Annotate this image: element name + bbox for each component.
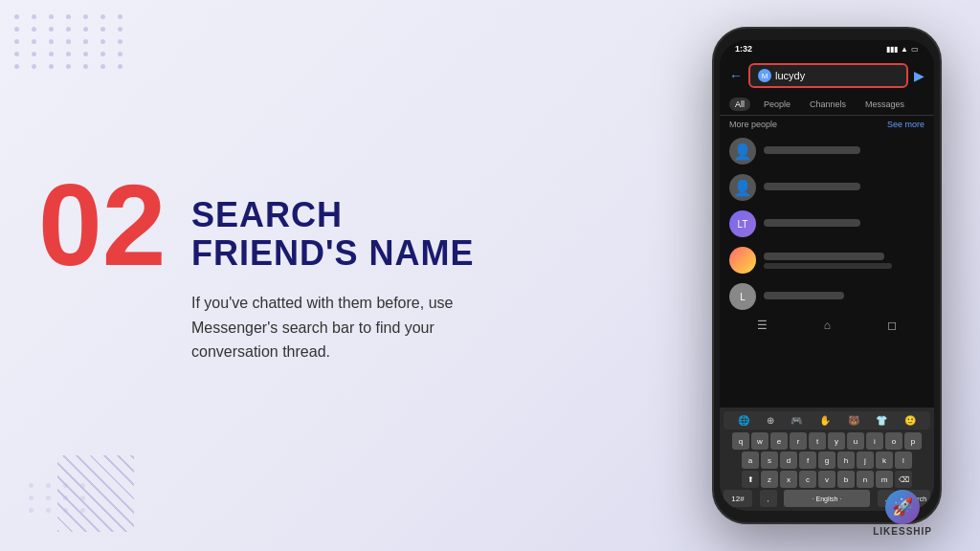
key-z[interactable]: z <box>761 471 778 488</box>
phone-screen: 1:32 ▮▮▮ ▲ ▭ ← M lucydy ▶ All People <box>720 40 934 511</box>
key-f[interactable]: f <box>799 452 816 469</box>
result-item-4[interactable] <box>720 242 934 278</box>
animal-icon[interactable]: 🐻 <box>848 415 859 426</box>
brand-icon: 🚀 <box>885 490 920 524</box>
special-icon[interactable]: ⊕ <box>767 415 774 426</box>
emoji-icon[interactable]: 🙂 <box>904 415 916 426</box>
status-time: 1:32 <box>735 44 752 54</box>
user-icon-2: 👤 <box>733 179 752 197</box>
keyboard-row-1: q w e r t y u i o p <box>724 432 930 450</box>
result-item-2[interactable]: 👤 <box>720 169 934 206</box>
key-s[interactable]: s <box>761 452 778 469</box>
key-q[interactable]: q <box>732 432 749 450</box>
avatar-initials-3: LT <box>738 219 748 230</box>
back-arrow-icon[interactable]: ← <box>729 68 743 83</box>
key-d[interactable]: d <box>780 452 797 469</box>
tab-channels[interactable]: Channels <box>804 98 852 111</box>
result-name-bar-2 <box>764 183 860 190</box>
nav-bar: ☰ ⌂ ◻ <box>720 315 934 336</box>
key-n[interactable]: n <box>857 471 874 488</box>
phone-outer: 1:32 ▮▮▮ ▲ ▭ ← M lucydy ▶ All People <box>712 27 942 524</box>
key-space[interactable]: · English · <box>784 490 870 507</box>
see-more-button[interactable]: See more <box>887 120 924 129</box>
key-g[interactable]: g <box>818 452 835 469</box>
key-w[interactable]: w <box>751 432 768 450</box>
key-u[interactable]: u <box>847 432 864 450</box>
hand-icon[interactable]: ✋ <box>819 415 831 426</box>
more-people-label: More people <box>729 120 777 129</box>
key-i[interactable]: i <box>866 432 883 450</box>
brand-logo: 🚀 LIKESSHIP <box>873 490 932 537</box>
key-y[interactable]: y <box>828 432 845 450</box>
description: If you've chatted with them before, use … <box>191 291 459 364</box>
result-name-bar-4 <box>764 253 884 260</box>
tab-messages[interactable]: Messages <box>859 98 910 111</box>
search-results: 👤 👤 LT <box>720 133 934 315</box>
search-area[interactable]: ← M lucydy ▶ <box>720 57 934 94</box>
key-m[interactable]: m <box>876 471 893 488</box>
more-people-header: More people See more <box>720 116 934 133</box>
key-t[interactable]: t <box>809 432 826 450</box>
avatar-initials-5: L <box>740 292 746 302</box>
title-line1: SEARCH <box>191 196 517 234</box>
key-b[interactable]: b <box>837 471 855 488</box>
result-info-4 <box>764 253 924 269</box>
step-number: 02 <box>38 167 166 282</box>
brand-name: LIKESSHIP <box>873 526 932 537</box>
avatar-5: L <box>729 283 756 310</box>
wifi-icon: ▲ <box>901 45 908 54</box>
result-item-5[interactable]: L <box>720 278 934 315</box>
decorative-dots-topleft <box>14 14 127 69</box>
key-e[interactable]: e <box>770 432 788 450</box>
key-backspace[interactable]: ⌫ <box>895 471 912 488</box>
tab-all[interactable]: All <box>729 98 750 111</box>
signal-icon: ▮▮▮ <box>886 45 898 54</box>
messenger-icon: M <box>758 69 771 82</box>
key-p[interactable]: p <box>904 432 922 450</box>
game-icon[interactable]: 🎮 <box>791 415 802 426</box>
key-v[interactable]: v <box>818 471 835 488</box>
key-j[interactable]: j <box>857 452 874 469</box>
result-info-2 <box>764 183 924 193</box>
decorative-dots-bottomleft <box>29 483 90 513</box>
key-l[interactable]: l <box>895 452 912 469</box>
result-sub-bar-4 <box>764 263 892 269</box>
key-shift[interactable]: ⬆ <box>742 471 759 488</box>
nav-back-icon[interactable]: ◻ <box>887 319 897 332</box>
key-k[interactable]: k <box>876 452 893 469</box>
keyboard-row-2: a s d f g h j k l <box>724 452 930 469</box>
phone-mockup: 1:32 ▮▮▮ ▲ ▭ ← M lucydy ▶ All People <box>712 27 942 524</box>
shirt-icon[interactable]: 👕 <box>876 415 887 426</box>
tab-people[interactable]: People <box>758 98 796 111</box>
search-value: lucydy <box>775 70 805 81</box>
left-content-area: 02 SEARCH FRIEND'S NAME If you've chatte… <box>38 187 517 364</box>
key-comma[interactable]: , <box>760 490 777 507</box>
key-numbers[interactable]: 12# <box>724 490 752 507</box>
key-r[interactable]: r <box>790 432 807 450</box>
result-item-3[interactable]: LT <box>720 206 934 242</box>
result-item-1[interactable]: 👤 <box>720 133 934 169</box>
key-a[interactable]: a <box>742 452 759 469</box>
status-bar: 1:32 ▮▮▮ ▲ ▭ <box>720 40 934 57</box>
nav-home-icon[interactable]: ⌂ <box>824 319 831 332</box>
key-x[interactable]: x <box>780 471 797 488</box>
battery-icon: ▭ <box>911 45 919 54</box>
result-info-5 <box>764 292 924 302</box>
keyboard-toolbar: 🌐 ⊕ 🎮 ✋ 🐻 👕 🙂 <box>724 411 930 430</box>
keyboard-row-3: ⬆ z x c v b n m ⌫ <box>724 471 930 488</box>
send-icon[interactable]: ▶ <box>914 68 924 83</box>
search-input-box[interactable]: M lucydy <box>748 63 908 88</box>
result-info-3 <box>764 219 924 230</box>
key-h[interactable]: h <box>837 452 855 469</box>
title-line2: FRIEND'S NAME <box>191 234 517 273</box>
user-icon: 👤 <box>733 143 752 161</box>
nav-menu-icon[interactable]: ☰ <box>757 319 768 332</box>
key-c[interactable]: c <box>799 471 816 488</box>
result-name-bar-5 <box>764 292 844 299</box>
key-o[interactable]: o <box>885 432 902 450</box>
result-info-1 <box>764 146 924 157</box>
avatar-2: 👤 <box>729 174 756 201</box>
avatar-3: LT <box>729 210 756 237</box>
globe-icon[interactable]: 🌐 <box>738 415 749 426</box>
title-block: SEARCH FRIEND'S NAME <box>191 196 517 272</box>
